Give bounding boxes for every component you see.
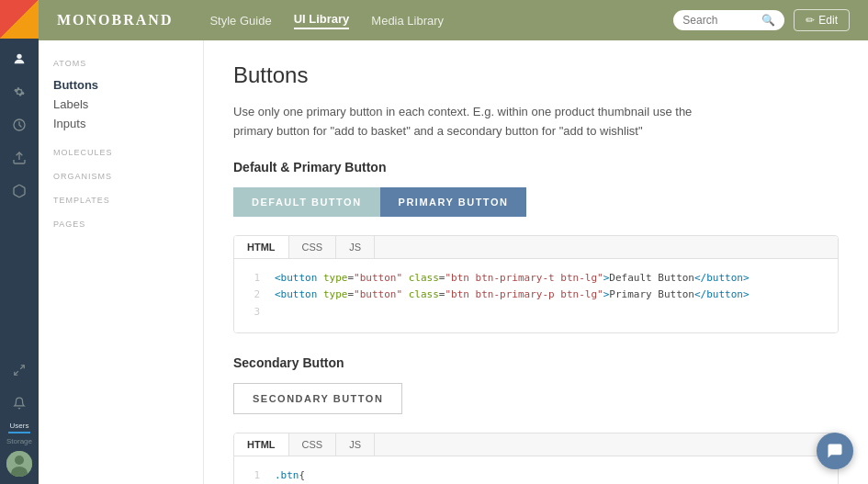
code-body-2: 123456 .btn{ /* Background: */ font-fami… [234, 456, 838, 484]
nav-ui-library[interactable]: UI Library [294, 12, 350, 29]
page-title: Buttons [233, 62, 839, 88]
bell-icon[interactable] [0, 387, 39, 420]
primary-button[interactable]: PRIMARY BUTTON [380, 187, 527, 217]
nav-style-guide[interactable]: Style Guide [209, 14, 271, 28]
search-input[interactable] [682, 14, 756, 27]
pencil-icon: ✏ [806, 14, 815, 27]
box-icon[interactable] [0, 174, 39, 208]
code-content-2: .btn{ /* Background: */ font-family: Mon… [275, 467, 457, 484]
line-numbers-1: 123 [249, 270, 260, 321]
section-heading-1: Default & Primary Button [233, 160, 839, 174]
default-button[interactable]: DEFAULT BUTTON [233, 187, 380, 217]
chat-bubble[interactable] [817, 433, 853, 469]
sidebar-item-inputs[interactable]: Inputs [53, 114, 188, 133]
topnav-right: 🔍 ✏ Edit [673, 9, 850, 31]
code-block-1: HTML CSS JS 123 <button type="button" cl… [233, 235, 839, 333]
clock-icon[interactable] [0, 108, 39, 141]
code-block-2: HTML CSS JS 123456 .btn{ /* Background: … [233, 433, 839, 484]
secondary-button[interactable]: SECONDARY BUTTON [233, 383, 402, 414]
css-line-1: .btn{ [275, 467, 457, 484]
code-tabs-1: HTML CSS JS [234, 236, 838, 259]
edit-button[interactable]: ✏ Edit [794, 9, 850, 31]
nav-media-library[interactable]: Media Library [371, 14, 444, 28]
icon-sidebar: Users Storage [0, 0, 39, 484]
search-box: 🔍 [673, 10, 784, 30]
svg-line-3 [20, 366, 24, 369]
content-area: ATOMS Buttons Labels Inputs MOLECULES OR… [39, 40, 868, 484]
sidebar-item-buttons[interactable]: Buttons [53, 75, 188, 95]
users-label: Users [10, 422, 29, 430]
top-nav: MONOBRAND Style Guide UI Library Media L… [39, 0, 868, 40]
tab-css-2[interactable]: CSS [289, 433, 337, 456]
upload-icon[interactable] [0, 141, 39, 174]
sidebar-bottom: Users Storage [0, 354, 39, 484]
search-icon: 🔍 [761, 14, 775, 27]
gear-icon[interactable] [0, 75, 39, 108]
section-molecules: MOLECULES [53, 148, 188, 157]
code-body-1: 123 <button type="button" class="btn btn… [234, 259, 838, 332]
code-tabs-2: HTML CSS JS [234, 433, 838, 456]
section-templates: TEMPLATES [53, 196, 188, 205]
button-row-1: DEFAULT BUTTON PRIMARY BUTTON [233, 187, 839, 217]
avatar[interactable] [6, 451, 32, 477]
button-row-2: SECONDARY BUTTON [233, 383, 839, 414]
tab-js-1[interactable]: JS [336, 236, 375, 258]
tab-css-1[interactable]: CSS [289, 236, 337, 258]
sidebar-item-labels[interactable]: Labels [53, 95, 188, 114]
storage-label: Storage [6, 437, 32, 445]
user-icon[interactable] [0, 42, 39, 75]
section-heading-2: Secondary Button [233, 355, 839, 370]
code-line-1: <button type="button" class="btn btn-pri… [275, 270, 750, 287]
svg-point-0 [17, 54, 21, 59]
main-area: MONOBRAND Style Guide UI Library Media L… [39, 0, 868, 484]
code-content-1: <button type="button" class="btn btn-pri… [275, 270, 750, 321]
brand-name: MONOBRAND [57, 12, 173, 28]
expand-icon[interactable] [0, 354, 39, 387]
tab-html-1[interactable]: HTML [234, 236, 289, 258]
section-pages: PAGES [53, 219, 188, 229]
main-content: Buttons Use only one primary button in e… [204, 40, 868, 484]
svg-point-6 [15, 456, 24, 465]
svg-line-4 [15, 371, 18, 375]
tab-html-2[interactable]: HTML [234, 433, 289, 456]
line-numbers-2: 123456 [249, 467, 260, 484]
section-atoms: ATOMS [53, 59, 188, 68]
description: Use only one primary button in each cont… [233, 103, 711, 141]
code-line-2: <button type="button" class="btn btn-pri… [275, 287, 750, 304]
tab-js-2[interactable]: JS [336, 433, 375, 456]
left-sidebar: ATOMS Buttons Labels Inputs MOLECULES OR… [39, 40, 204, 484]
code-line-3 [275, 304, 750, 321]
section-organisms: ORGANISMS [53, 172, 188, 181]
logo-strip [0, 0, 39, 39]
